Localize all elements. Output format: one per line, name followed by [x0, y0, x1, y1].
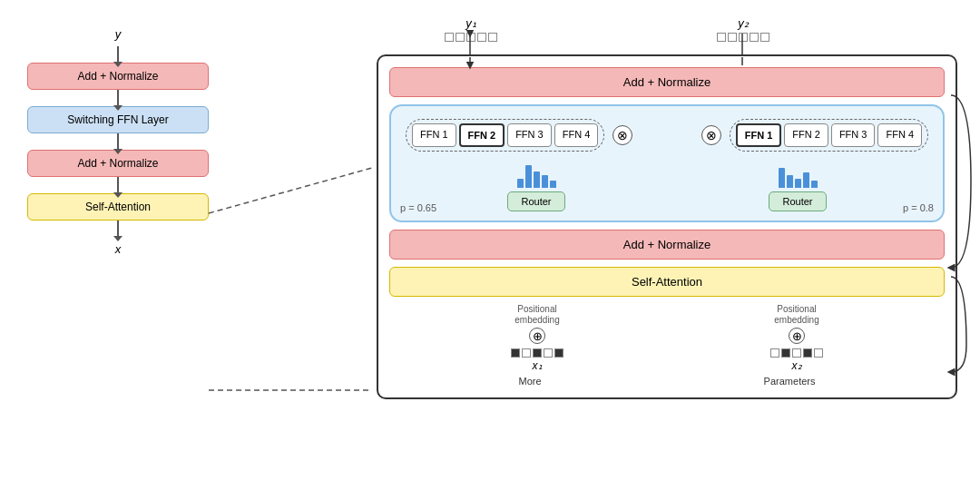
x1-label: x₁	[533, 359, 543, 372]
x1-plus-circle: ⊕	[529, 328, 545, 344]
right-ffn3: FFN 3	[831, 123, 876, 147]
right-router-box: Router	[769, 191, 826, 211]
diagram-container: y Add + Normalize Switching FFN Layer Ad…	[0, 0, 980, 500]
left-multiply: ⊗	[612, 125, 632, 145]
left-router-section: Router	[507, 161, 564, 211]
left-ffn-group: FFN 1 FFN 2 FFN 3 FFN 4 ⊗	[406, 119, 638, 152]
y2-grid	[717, 33, 769, 42]
more-label: More	[519, 376, 542, 387]
svg-line-0	[209, 168, 372, 213]
right-bottom-add-normalize-label: Add + Normalize	[623, 238, 710, 251]
left-ffn-oval: FFN 1 FFN 2 FFN 3 FFN 4	[406, 119, 604, 152]
right-ffn2: FFN 2	[784, 123, 828, 147]
arrow-y	[117, 46, 119, 63]
left-router-box: Router	[507, 191, 564, 211]
right-ffn4: FFN 4	[877, 123, 922, 147]
right-ffn1-bold: FFN 1	[736, 123, 782, 147]
right-top-add-normalize-label: Add + Normalize	[623, 75, 710, 89]
left-ffn4: FFN 4	[554, 123, 599, 147]
left-y-label: y	[115, 27, 122, 41]
x2-input-section: Positionalembedding ⊕ x₂	[770, 304, 823, 372]
left-diagram: y Add + Normalize Switching FFN Layer Ad…	[18, 27, 218, 256]
left-histogram	[517, 161, 556, 188]
hist-bar-r4	[803, 172, 809, 188]
arrow-2	[117, 133, 119, 150]
right-bottom-add-normalize: Add + Normalize	[389, 230, 945, 260]
y2-section: y₂	[717, 16, 769, 42]
p-left-label: p = 0.65	[400, 202, 436, 213]
left-ffn1: FFN 1	[412, 123, 456, 147]
right-self-attention-label: Self-Attention	[632, 275, 702, 289]
y2-label: y₂	[738, 16, 749, 30]
hist-bar-r2	[787, 175, 793, 188]
right-ffn-group: ⊗ FFN 1 FFN 2 FFN 3 FFN 4	[696, 119, 928, 152]
right-histogram	[779, 161, 818, 188]
bottom-inputs-row: Positionalembedding ⊕ x₁ Positionalembed…	[389, 304, 945, 372]
x2-label: x₂	[792, 359, 802, 372]
left-ffn3: FFN 3	[507, 123, 552, 147]
blue-inner-box: FFN 1 FFN 2 FFN 3 FFN 4 ⊗ ⊗ FFN 1 FFN 2 …	[389, 104, 945, 222]
hist-bar-r5	[811, 181, 818, 188]
y1-section: y₁	[445, 16, 497, 42]
right-outer-box: Add + Normalize FFN 1 FFN 2 FFN 3 FFN 4 …	[377, 54, 957, 399]
hist-bar-r1	[779, 168, 785, 188]
hist-bar-3	[534, 172, 540, 188]
arrow-4	[117, 221, 119, 237]
x1-pos-embed-label: Positionalembedding	[514, 304, 559, 326]
arrow-3	[117, 177, 119, 193]
right-multiply: ⊗	[701, 125, 721, 145]
hist-bar-1	[517, 179, 524, 188]
hist-bar-2	[525, 165, 532, 188]
x1-input-section: Positionalembedding ⊕ x₁	[511, 304, 564, 372]
p-right-label: p = 0.8	[903, 202, 934, 213]
x2-pos-embed-label: Positionalembedding	[774, 304, 818, 326]
ffn-row: FFN 1 FFN 2 FFN 3 FFN 4 ⊗ ⊗ FFN 1 FFN 2 …	[406, 119, 928, 152]
right-ffn-oval: FFN 1 FFN 2 FFN 3 FFN 4	[730, 119, 928, 152]
hist-bar-r3	[795, 179, 801, 188]
y1-grid	[445, 33, 497, 42]
params-label: Parameters	[764, 376, 816, 387]
right-self-attention: Self-Attention	[389, 267, 945, 297]
right-router-section: Router	[769, 161, 826, 211]
right-top-add-normalize: Add + Normalize	[389, 67, 945, 97]
x2-grid	[770, 348, 823, 358]
hist-bar-4	[542, 175, 548, 188]
arrow-1	[117, 90, 119, 106]
router-row: Router Router	[406, 161, 928, 211]
more-params-row: More Parameters	[389, 376, 945, 387]
left-x-label: x	[115, 242, 122, 256]
hist-bar-5	[550, 181, 556, 188]
x1-grid	[511, 348, 564, 358]
left-ffn2-bold: FFN 2	[459, 123, 505, 147]
y1-label: y₁	[466, 16, 476, 30]
x2-plus-circle: ⊕	[789, 328, 805, 344]
